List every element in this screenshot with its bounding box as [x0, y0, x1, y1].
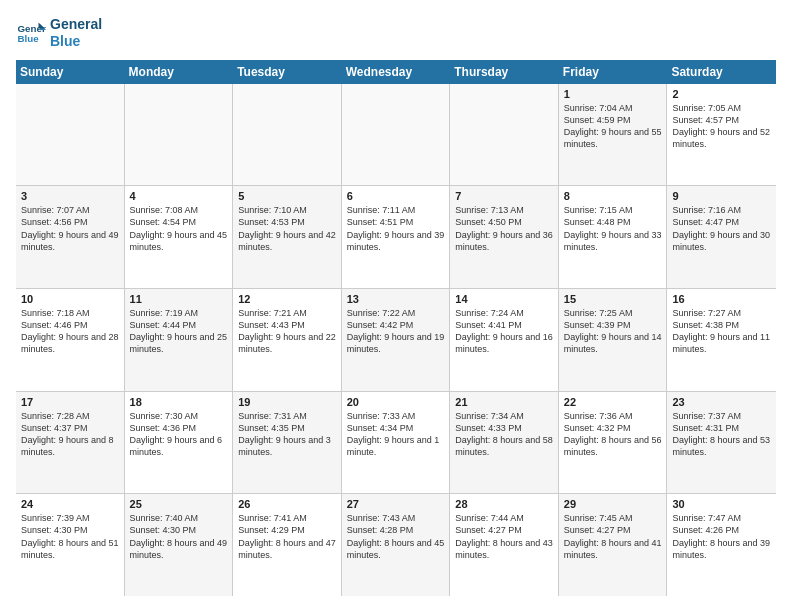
day-number: 11	[130, 293, 228, 305]
calendar-cell-r3-c0: 17Sunrise: 7:28 AM Sunset: 4:37 PM Dayli…	[16, 392, 125, 494]
day-number: 28	[455, 498, 553, 510]
day-number: 13	[347, 293, 445, 305]
cell-info: Sunrise: 7:11 AM Sunset: 4:51 PM Dayligh…	[347, 204, 445, 253]
page: General Blue General Blue SundayMondayTu…	[0, 0, 792, 612]
day-number: 17	[21, 396, 119, 408]
calendar-cell-r4-c4: 28Sunrise: 7:44 AM Sunset: 4:27 PM Dayli…	[450, 494, 559, 596]
cell-info: Sunrise: 7:37 AM Sunset: 4:31 PM Dayligh…	[672, 410, 771, 459]
calendar-cell-r2-c3: 13Sunrise: 7:22 AM Sunset: 4:42 PM Dayli…	[342, 289, 451, 391]
day-number: 12	[238, 293, 336, 305]
header-day-tuesday: Tuesday	[233, 60, 342, 84]
header: General Blue General Blue	[16, 16, 776, 50]
cell-info: Sunrise: 7:13 AM Sunset: 4:50 PM Dayligh…	[455, 204, 553, 253]
day-number: 1	[564, 88, 662, 100]
calendar-cell-r3-c5: 22Sunrise: 7:36 AM Sunset: 4:32 PM Dayli…	[559, 392, 668, 494]
day-number: 9	[672, 190, 771, 202]
calendar-cell-r2-c1: 11Sunrise: 7:19 AM Sunset: 4:44 PM Dayli…	[125, 289, 234, 391]
day-number: 15	[564, 293, 662, 305]
calendar-row-3: 17Sunrise: 7:28 AM Sunset: 4:37 PM Dayli…	[16, 392, 776, 495]
cell-info: Sunrise: 7:45 AM Sunset: 4:27 PM Dayligh…	[564, 512, 662, 561]
calendar-cell-r3-c2: 19Sunrise: 7:31 AM Sunset: 4:35 PM Dayli…	[233, 392, 342, 494]
cell-info: Sunrise: 7:33 AM Sunset: 4:34 PM Dayligh…	[347, 410, 445, 459]
calendar-cell-r3-c1: 18Sunrise: 7:30 AM Sunset: 4:36 PM Dayli…	[125, 392, 234, 494]
calendar-cell-r1-c5: 8Sunrise: 7:15 AM Sunset: 4:48 PM Daylig…	[559, 186, 668, 288]
header-day-friday: Friday	[559, 60, 668, 84]
calendar-cell-r3-c3: 20Sunrise: 7:33 AM Sunset: 4:34 PM Dayli…	[342, 392, 451, 494]
calendar-cell-r0-c3	[342, 84, 451, 186]
calendar-cell-r4-c6: 30Sunrise: 7:47 AM Sunset: 4:26 PM Dayli…	[667, 494, 776, 596]
day-number: 3	[21, 190, 119, 202]
cell-info: Sunrise: 7:40 AM Sunset: 4:30 PM Dayligh…	[130, 512, 228, 561]
cell-info: Sunrise: 7:04 AM Sunset: 4:59 PM Dayligh…	[564, 102, 662, 151]
calendar-cell-r2-c2: 12Sunrise: 7:21 AM Sunset: 4:43 PM Dayli…	[233, 289, 342, 391]
calendar-header: SundayMondayTuesdayWednesdayThursdayFrid…	[16, 60, 776, 84]
cell-info: Sunrise: 7:27 AM Sunset: 4:38 PM Dayligh…	[672, 307, 771, 356]
cell-info: Sunrise: 7:36 AM Sunset: 4:32 PM Dayligh…	[564, 410, 662, 459]
cell-info: Sunrise: 7:43 AM Sunset: 4:28 PM Dayligh…	[347, 512, 445, 561]
day-number: 25	[130, 498, 228, 510]
cell-info: Sunrise: 7:15 AM Sunset: 4:48 PM Dayligh…	[564, 204, 662, 253]
cell-info: Sunrise: 7:16 AM Sunset: 4:47 PM Dayligh…	[672, 204, 771, 253]
cell-info: Sunrise: 7:41 AM Sunset: 4:29 PM Dayligh…	[238, 512, 336, 561]
calendar-cell-r0-c6: 2Sunrise: 7:05 AM Sunset: 4:57 PM Daylig…	[667, 84, 776, 186]
cell-info: Sunrise: 7:31 AM Sunset: 4:35 PM Dayligh…	[238, 410, 336, 459]
cell-info: Sunrise: 7:05 AM Sunset: 4:57 PM Dayligh…	[672, 102, 771, 151]
logo: General Blue General Blue	[16, 16, 102, 50]
logo-icon: General Blue	[16, 18, 46, 48]
day-number: 8	[564, 190, 662, 202]
logo-text-blue: Blue	[50, 33, 102, 50]
cell-info: Sunrise: 7:08 AM Sunset: 4:54 PM Dayligh…	[130, 204, 228, 253]
calendar-cell-r4-c2: 26Sunrise: 7:41 AM Sunset: 4:29 PM Dayli…	[233, 494, 342, 596]
calendar-row-4: 24Sunrise: 7:39 AM Sunset: 4:30 PM Dayli…	[16, 494, 776, 596]
header-day-saturday: Saturday	[667, 60, 776, 84]
cell-info: Sunrise: 7:18 AM Sunset: 4:46 PM Dayligh…	[21, 307, 119, 356]
cell-info: Sunrise: 7:28 AM Sunset: 4:37 PM Dayligh…	[21, 410, 119, 459]
calendar-cell-r4-c0: 24Sunrise: 7:39 AM Sunset: 4:30 PM Dayli…	[16, 494, 125, 596]
calendar-row-2: 10Sunrise: 7:18 AM Sunset: 4:46 PM Dayli…	[16, 289, 776, 392]
cell-info: Sunrise: 7:25 AM Sunset: 4:39 PM Dayligh…	[564, 307, 662, 356]
day-number: 23	[672, 396, 771, 408]
day-number: 2	[672, 88, 771, 100]
day-number: 16	[672, 293, 771, 305]
calendar-cell-r0-c5: 1Sunrise: 7:04 AM Sunset: 4:59 PM Daylig…	[559, 84, 668, 186]
cell-info: Sunrise: 7:24 AM Sunset: 4:41 PM Dayligh…	[455, 307, 553, 356]
calendar-cell-r2-c6: 16Sunrise: 7:27 AM Sunset: 4:38 PM Dayli…	[667, 289, 776, 391]
day-number: 20	[347, 396, 445, 408]
cell-info: Sunrise: 7:10 AM Sunset: 4:53 PM Dayligh…	[238, 204, 336, 253]
day-number: 5	[238, 190, 336, 202]
calendar-cell-r0-c1	[125, 84, 234, 186]
day-number: 29	[564, 498, 662, 510]
cell-info: Sunrise: 7:44 AM Sunset: 4:27 PM Dayligh…	[455, 512, 553, 561]
calendar-cell-r2-c5: 15Sunrise: 7:25 AM Sunset: 4:39 PM Dayli…	[559, 289, 668, 391]
calendar-cell-r4-c1: 25Sunrise: 7:40 AM Sunset: 4:30 PM Dayli…	[125, 494, 234, 596]
cell-info: Sunrise: 7:39 AM Sunset: 4:30 PM Dayligh…	[21, 512, 119, 561]
cell-info: Sunrise: 7:30 AM Sunset: 4:36 PM Dayligh…	[130, 410, 228, 459]
calendar-cell-r1-c6: 9Sunrise: 7:16 AM Sunset: 4:47 PM Daylig…	[667, 186, 776, 288]
day-number: 14	[455, 293, 553, 305]
calendar: SundayMondayTuesdayWednesdayThursdayFrid…	[16, 60, 776, 596]
header-day-sunday: Sunday	[16, 60, 125, 84]
calendar-cell-r0-c4	[450, 84, 559, 186]
calendar-cell-r2-c0: 10Sunrise: 7:18 AM Sunset: 4:46 PM Dayli…	[16, 289, 125, 391]
day-number: 7	[455, 190, 553, 202]
day-number: 22	[564, 396, 662, 408]
cell-info: Sunrise: 7:34 AM Sunset: 4:33 PM Dayligh…	[455, 410, 553, 459]
calendar-cell-r1-c1: 4Sunrise: 7:08 AM Sunset: 4:54 PM Daylig…	[125, 186, 234, 288]
day-number: 30	[672, 498, 771, 510]
cell-info: Sunrise: 7:07 AM Sunset: 4:56 PM Dayligh…	[21, 204, 119, 253]
calendar-cell-r0-c2	[233, 84, 342, 186]
calendar-row-0: 1Sunrise: 7:04 AM Sunset: 4:59 PM Daylig…	[16, 84, 776, 187]
day-number: 6	[347, 190, 445, 202]
calendar-cell-r2-c4: 14Sunrise: 7:24 AM Sunset: 4:41 PM Dayli…	[450, 289, 559, 391]
svg-text:Blue: Blue	[18, 33, 40, 44]
day-number: 19	[238, 396, 336, 408]
cell-info: Sunrise: 7:21 AM Sunset: 4:43 PM Dayligh…	[238, 307, 336, 356]
calendar-cell-r1-c0: 3Sunrise: 7:07 AM Sunset: 4:56 PM Daylig…	[16, 186, 125, 288]
day-number: 26	[238, 498, 336, 510]
calendar-cell-r3-c4: 21Sunrise: 7:34 AM Sunset: 4:33 PM Dayli…	[450, 392, 559, 494]
calendar-cell-r3-c6: 23Sunrise: 7:37 AM Sunset: 4:31 PM Dayli…	[667, 392, 776, 494]
calendar-cell-r1-c2: 5Sunrise: 7:10 AM Sunset: 4:53 PM Daylig…	[233, 186, 342, 288]
calendar-cell-r1-c3: 6Sunrise: 7:11 AM Sunset: 4:51 PM Daylig…	[342, 186, 451, 288]
calendar-cell-r1-c4: 7Sunrise: 7:13 AM Sunset: 4:50 PM Daylig…	[450, 186, 559, 288]
calendar-cell-r0-c0	[16, 84, 125, 186]
